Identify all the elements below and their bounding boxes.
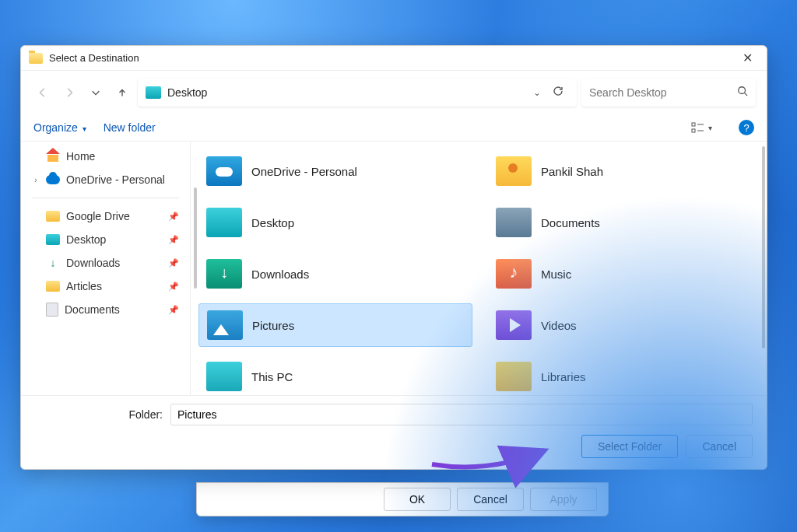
caret-down-icon: ▾: [83, 124, 86, 133]
folder-view[interactable]: OneDrive - PersonalPankil ShahDesktopDoc…: [191, 142, 767, 395]
sidebar-item-label: Desktop: [66, 233, 106, 246]
pin-icon: 📌: [168, 258, 179, 268]
folder-tile[interactable]: This PC: [198, 355, 472, 395]
sidebar-item-label: Home: [66, 150, 95, 163]
svg-rect-2: [692, 129, 695, 132]
forward-button[interactable]: [58, 82, 80, 103]
folder-icon: [46, 281, 60, 292]
sidebar-scrollbar[interactable]: [194, 187, 197, 289]
cancel-button-parent[interactable]: Cancel: [457, 488, 524, 511]
expand-icon[interactable]: ›: [32, 176, 40, 184]
folder-icon: [206, 156, 242, 186]
sidebar-item-pinned[interactable]: Google Drive📌: [21, 205, 190, 228]
folder-icon: [46, 234, 60, 245]
folder-icon: [206, 208, 242, 237]
folder-icon: [206, 259, 242, 289]
select-destination-dialog: Select a Destination ✕ Desktop ⌄ Organiz…: [20, 45, 767, 470]
titlebar: Select a Destination ✕: [21, 46, 767, 71]
address-bar-text: Desktop: [167, 86, 527, 99]
toolbar: Organize ▾ New folder ▾ ?: [21, 114, 767, 141]
search-input[interactable]: [589, 86, 737, 99]
select-folder-button[interactable]: Select Folder: [581, 435, 678, 458]
recent-locations-button[interactable]: [85, 82, 107, 103]
folder-icon: [29, 53, 43, 64]
parent-dialog-buttonbar: OK Cancel Apply: [196, 482, 609, 516]
sidebar-item-label: Documents: [65, 303, 120, 316]
address-bar[interactable]: Desktop ⌄: [138, 79, 577, 107]
sidebar-item-label: Google Drive: [66, 210, 130, 222]
folder-tile-label: Documents: [541, 216, 600, 229]
folder-icon: [46, 303, 58, 317]
dialog-body: Home › OneDrive - Personal Google Drive📌…: [21, 141, 767, 395]
search-icon: [737, 86, 748, 100]
nav-sidebar: Home › OneDrive - Personal Google Drive📌…: [21, 142, 191, 395]
folder-name-input[interactable]: [170, 404, 753, 425]
navigation-row: Desktop ⌄: [21, 71, 767, 114]
help-button[interactable]: ?: [739, 120, 754, 135]
folder-tile-label: Downloads: [251, 268, 309, 281]
folder-field-label: Folder:: [35, 408, 163, 421]
folder-tile-label: OneDrive - Personal: [251, 165, 357, 178]
sidebar-item-onedrive[interactable]: › OneDrive - Personal: [21, 168, 190, 191]
folder-tile-label: Libraries: [541, 370, 586, 383]
folder-tile[interactable]: Music: [488, 252, 762, 296]
folder-tile-label: Pankil Shah: [541, 165, 603, 178]
folder-icon: [496, 259, 532, 289]
pin-icon: 📌: [168, 235, 179, 245]
sidebar-item-pinned[interactable]: Desktop📌: [21, 228, 190, 251]
desktop-icon: [146, 86, 161, 99]
folder-icon: [207, 310, 243, 340]
cloud-icon: [46, 175, 60, 184]
chevron-down-icon[interactable]: ⌄: [533, 87, 541, 98]
folder-icon: [46, 211, 60, 222]
folder-icon: [496, 362, 532, 391]
folder-tile[interactable]: Downloads: [198, 252, 472, 296]
dialog-footer: Folder: Select Folder Cancel: [21, 395, 767, 469]
folder-tile-label: This PC: [251, 370, 293, 383]
refresh-button[interactable]: [547, 85, 569, 100]
sidebar-item-pinned[interactable]: ↓Downloads📌: [21, 251, 190, 275]
view-options-button[interactable]: ▾: [691, 121, 712, 134]
back-button[interactable]: [32, 82, 54, 103]
search-box[interactable]: [581, 79, 756, 107]
sidebar-item-pinned[interactable]: Articles📌: [21, 275, 190, 298]
home-icon: [46, 151, 60, 162]
folder-tile[interactable]: Desktop: [198, 201, 472, 244]
folder-tile-label: Music: [541, 268, 571, 281]
folder-tile[interactable]: Pankil Shah: [488, 149, 762, 193]
scrollbar[interactable]: [762, 146, 765, 348]
folder-tile-label: Pictures: [252, 319, 294, 332]
sidebar-item-label: Articles: [66, 280, 102, 292]
folder-tile-label: Videos: [541, 319, 577, 332]
folder-tile[interactable]: Pictures: [198, 303, 472, 347]
folder-icon: [496, 156, 532, 186]
folder-icon: [206, 362, 242, 391]
pin-icon: 📌: [168, 282, 179, 292]
folder-tile[interactable]: Libraries: [488, 355, 762, 395]
sidebar-separator: [32, 198, 179, 198]
folder-icon: ↓: [46, 257, 60, 268]
ok-button[interactable]: OK: [384, 488, 451, 511]
new-folder-button[interactable]: New folder: [104, 121, 156, 134]
annotation-arrow: [428, 441, 560, 483]
folder-icon: [496, 208, 532, 237]
organize-menu[interactable]: Organize ▾: [33, 121, 86, 134]
apply-button: Apply: [530, 488, 597, 511]
caret-down-icon: ▾: [708, 124, 712, 132]
cancel-button[interactable]: Cancel: [686, 435, 753, 458]
folder-tile[interactable]: Videos: [488, 303, 762, 347]
folder-tile-label: Desktop: [251, 216, 294, 229]
svg-point-0: [739, 87, 746, 94]
dialog-title: Select a Destination: [49, 52, 139, 64]
pin-icon: 📌: [168, 212, 179, 222]
sidebar-item-home[interactable]: Home: [21, 145, 190, 168]
pin-icon: 📌: [168, 305, 179, 315]
folder-tile[interactable]: Documents: [488, 201, 762, 244]
sidebar-item-label: OneDrive - Personal: [66, 173, 165, 186]
svg-rect-1: [692, 123, 695, 126]
folder-tile[interactable]: OneDrive - Personal: [198, 149, 472, 193]
close-icon[interactable]: ✕: [736, 47, 759, 68]
up-button[interactable]: [111, 82, 133, 103]
sidebar-item-pinned[interactable]: Documents📌: [21, 298, 190, 321]
sidebar-item-label: Downloads: [66, 257, 120, 269]
